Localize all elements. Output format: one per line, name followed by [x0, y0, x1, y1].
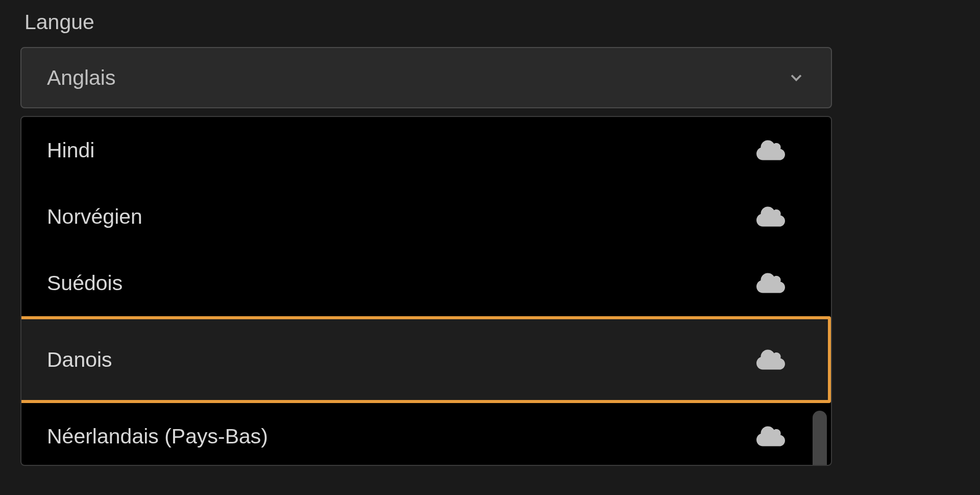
option-label: Norvégien: [47, 205, 142, 229]
language-option[interactable]: Norvégien: [21, 183, 831, 250]
option-label: Danois: [47, 348, 112, 372]
language-option[interactable]: Suédois: [21, 250, 831, 316]
cloud-download-icon[interactable]: [756, 202, 785, 231]
cloud-download-icon[interactable]: [756, 422, 785, 451]
cloud-download-icon[interactable]: [756, 269, 785, 297]
section-label: Langue: [24, 10, 960, 34]
cloud-download-icon[interactable]: [756, 136, 785, 164]
option-label: Hindi: [47, 138, 94, 162]
language-option[interactable]: Danois: [20, 316, 831, 403]
chevron-down-icon: [787, 68, 805, 87]
scrollbar-thumb[interactable]: [813, 411, 827, 466]
language-select[interactable]: Anglais: [20, 47, 832, 108]
language-option[interactable]: Néerlandais (Pays-Bas): [21, 403, 831, 466]
selected-language-value: Anglais: [47, 66, 115, 90]
language-dropdown: Hindi Norvégien Suédois Danois Néerlanda…: [20, 116, 832, 466]
language-option[interactable]: Hindi: [21, 117, 831, 183]
cloud-download-icon[interactable]: [756, 345, 785, 374]
option-label: Néerlandais (Pays-Bas): [47, 425, 268, 449]
option-label: Suédois: [47, 271, 122, 295]
